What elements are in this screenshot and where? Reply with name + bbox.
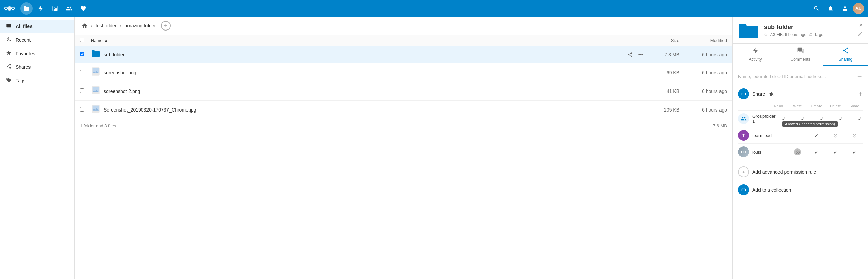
louis-perms: ⊘ ✓ ✓ ✓ (789, 149, 863, 155)
lou-delete-check[interactable]: ✓ (846, 149, 863, 155)
table-row[interactable]: Screenshot_20190320-170737_Chrome.jpg ••… (75, 101, 732, 119)
select-all-checkbox[interactable] (80, 38, 84, 42)
sidebar-item-tags[interactable]: Tags (0, 74, 74, 87)
row-3-checkbox-col (80, 88, 91, 94)
top-nav-right: AU (810, 2, 864, 15)
share-button-row-2[interactable] (625, 68, 635, 77)
image-icon (91, 67, 100, 78)
panel-edit-icon[interactable] (857, 31, 863, 38)
share-input-row: → (733, 70, 868, 83)
share-input-arrow[interactable]: → (856, 73, 863, 80)
lou-write-check[interactable]: ✓ (808, 149, 825, 155)
row-1-checkbox[interactable] (80, 52, 84, 56)
table-row[interactable]: sub folder ••• 7.3 MB 6 hours ago (75, 46, 732, 63)
table-row[interactable]: screenshot.png ••• 69 KB 6 hours ago (75, 63, 732, 82)
user-menu-button[interactable] (839, 2, 851, 15)
table-row[interactable]: screenshot 2.png ••• 41 KB 6 hours ago (75, 82, 732, 101)
all-files-icon (5, 23, 12, 30)
sidebar-item-shares[interactable]: Shares (0, 60, 74, 74)
add-advanced-perm-rule-row[interactable]: + Add advanced permission rule (733, 163, 868, 181)
teamlead-name: team lead (752, 133, 808, 138)
more-button-row-2[interactable]: ••• (636, 68, 646, 77)
share-search-input[interactable] (738, 74, 856, 79)
folder-icon (91, 49, 100, 60)
add-collection-icon (738, 184, 749, 195)
perm-cols-header: Read Write Create Delete Share (770, 104, 863, 108)
sidebar-item-favorites[interactable]: Favorites (0, 47, 74, 60)
cursor-indicator (794, 148, 801, 155)
add-advanced-perm-label: Add advanced permission rule (752, 169, 816, 175)
breadcrumb-sep-1: › (91, 23, 92, 28)
tl-create-check[interactable]: ⊘ (846, 132, 863, 139)
louis-avatar: LO (738, 146, 749, 157)
panel-meta: ☆ 7.3 MB, 6 hours ago 🏷 Tags (764, 32, 852, 37)
block-icon: ⊘ (833, 132, 838, 139)
sidebar-item-all-files[interactable]: All files (0, 20, 74, 33)
photos-nav-icon[interactable] (49, 2, 61, 15)
svg-point-4 (54, 7, 54, 8)
share-button-row-1[interactable] (625, 50, 635, 59)
panel-folder-name: sub folder (764, 24, 852, 31)
row-4-checkbox[interactable] (80, 107, 84, 112)
name-column-header[interactable]: Name ▲ (91, 38, 605, 43)
contacts-nav-icon[interactable] (63, 2, 75, 15)
sidebar: All files Recent Favorites Shares Tags (0, 17, 75, 279)
image-icon-3 (91, 104, 100, 116)
perm-write-header: Write (789, 104, 806, 108)
sidebar-item-recent[interactable]: Recent (0, 33, 74, 47)
panel-close-button[interactable]: × (859, 22, 863, 28)
sidebar-item-recent-label: Recent (16, 37, 31, 43)
row-3-filename: screenshot 2.png (104, 88, 140, 94)
more-button-row-1[interactable]: ••• (636, 50, 646, 59)
breadcrumb-amazing-folder[interactable]: amazing folder (122, 22, 158, 29)
tooltip-arrow (809, 126, 811, 129)
breadcrumb-home[interactable] (80, 21, 90, 31)
row-1-size: 7.3 MB (646, 52, 679, 57)
tab-sharing[interactable]: Sharing (823, 44, 868, 66)
favorites-nav-icon[interactable] (77, 2, 90, 15)
sidebar-item-favorites-label: Favorites (16, 51, 35, 56)
tab-comments[interactable]: Comments (778, 44, 823, 66)
share-link-add-button[interactable]: + (859, 90, 863, 98)
notifications-button[interactable] (825, 2, 837, 15)
lou-read-check[interactable]: ⊘ (789, 149, 806, 155)
activity-nav-icon[interactable] (35, 2, 47, 15)
perm-header: Read Write Create Delete Share (738, 102, 863, 110)
more-button-row-4[interactable]: ••• (636, 105, 646, 115)
row-2-checkbox[interactable] (80, 70, 84, 74)
file-summary: 1 folder and 3 files 7.6 MB (75, 119, 732, 133)
tl-read-check[interactable]: ✓ (808, 132, 825, 139)
share-button-row-4[interactable] (625, 105, 635, 115)
more-button-row-3[interactable]: ••• (636, 86, 646, 96)
row-3-checkbox[interactable] (80, 88, 84, 93)
lou-create-check[interactable]: ✓ (827, 149, 844, 155)
row-2-modified: 6 hours ago (679, 70, 727, 75)
sharing-tab-icon (842, 47, 849, 56)
file-list: sub folder ••• 7.3 MB 6 hours ago (75, 46, 732, 279)
perm-row-teamlead: Allowed (Inherited permission) T team le… (738, 127, 863, 143)
app-logo[interactable] (4, 3, 15, 14)
breadcrumb-test-folder[interactable]: test folder (94, 22, 118, 29)
tl-write-check[interactable]: ⊘ (827, 132, 844, 139)
share-button-row-3[interactable] (625, 86, 635, 96)
sidebar-item-all-files-label: All files (16, 24, 33, 29)
right-panel: sub folder ☆ 7.3 MB, 6 hours ago 🏷 Tags … (732, 17, 868, 279)
row-4-checkbox-col (80, 107, 91, 113)
select-all-checkbox-col (80, 38, 91, 43)
row-checkbox-col (80, 52, 91, 57)
files-nav-icon[interactable] (20, 2, 33, 15)
check-mark: ✓ (852, 149, 857, 155)
breadcrumb-add-button[interactable]: + (161, 21, 171, 31)
tab-activity[interactable]: Activity (733, 44, 778, 66)
gf-share-check[interactable]: ✓ (852, 116, 868, 122)
row-4-size: 205 KB (646, 107, 679, 113)
image-icon-2 (91, 85, 100, 97)
add-to-collection-row[interactable]: Add to a collection (733, 181, 868, 199)
file-count-text: 1 folder and 3 files (80, 123, 116, 128)
check-mark: ✓ (814, 149, 819, 155)
user-avatar[interactable]: AU (853, 3, 864, 14)
add-advanced-perm-icon: + (738, 166, 749, 177)
search-button[interactable] (810, 2, 823, 15)
breadcrumb: › test folder › amazing folder + (75, 17, 732, 35)
perm-create-header: Create (808, 104, 825, 108)
